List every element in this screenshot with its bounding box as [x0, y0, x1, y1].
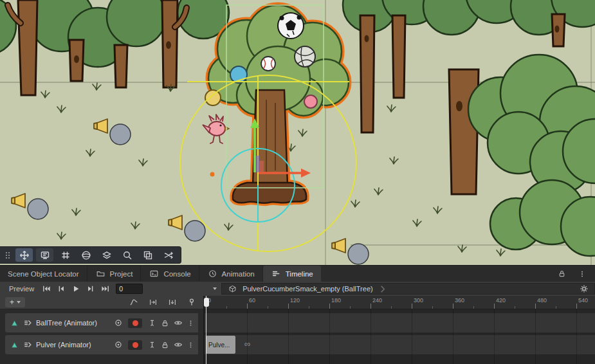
- marker-icon[interactable]: [186, 297, 197, 308]
- kebab-menu-icon[interactable]: [185, 318, 196, 329]
- frame-value: 0: [119, 285, 123, 293]
- track-color-icon: [9, 318, 20, 329]
- ruler-tick-label: 480: [537, 297, 547, 304]
- edit-mode-icon[interactable]: [147, 297, 158, 308]
- scene-viewport[interactable]: [0, 0, 595, 265]
- chevron-right-icon: [378, 284, 389, 295]
- tab-animation[interactable]: Animation: [199, 266, 263, 282]
- ruler-tick-label: 360: [455, 297, 464, 304]
- breadcrumb-text: PulverCucumberSmack_empty (BallTree): [243, 285, 373, 293]
- ruler-tick-label: 120: [290, 297, 300, 304]
- previous-frame-button[interactable]: [54, 283, 68, 295]
- console-icon: [149, 268, 160, 279]
- go-to-end-button[interactable]: [98, 283, 112, 295]
- record-dot: [133, 320, 138, 326]
- panel-tabbar: Scene Object Locator Project Console Ani…: [0, 265, 595, 282]
- gear-icon[interactable]: [578, 284, 589, 295]
- binding-icon[interactable]: [113, 340, 124, 350]
- add-track-button[interactable]: +: [5, 297, 25, 307]
- animation-clip[interactable]: Pulve...: [206, 336, 235, 354]
- lock-icon[interactable]: [160, 340, 170, 350]
- move-tool[interactable]: [15, 248, 33, 262]
- zoom-tool[interactable]: [118, 248, 136, 262]
- frame-field[interactable]: 0: [116, 284, 143, 294]
- drag-handle-icon[interactable]: [3, 248, 12, 262]
- track-header-pulver[interactable]: Pulver (Animator): [5, 335, 198, 354]
- next-frame-button[interactable]: [84, 283, 97, 295]
- chevron-down-icon: [17, 301, 21, 304]
- layers-tool[interactable]: [98, 248, 115, 262]
- editor-window: Scene Object Locator Project Console Ani…: [0, 0, 595, 364]
- scene-view[interactable]: [0, 0, 595, 265]
- ruler-tick-label: 540: [578, 297, 588, 304]
- pin-icon[interactable]: [147, 318, 158, 329]
- track-header-balltree[interactable]: BallTree (Animator): [5, 313, 198, 332]
- tab-timeline[interactable]: Timeline: [263, 266, 321, 282]
- playhead-handle[interactable]: [204, 298, 209, 307]
- ruler-tick-label: 300: [414, 297, 423, 304]
- infinite-clip-indicator: ∞: [244, 340, 250, 348]
- pin-icon[interactable]: [147, 340, 158, 350]
- ruler-major-ticks: [206, 304, 595, 309]
- record-button[interactable]: [128, 340, 142, 350]
- breadcrumb[interactable]: PulverCucumberSmack_empty (BallTree): [221, 283, 595, 295]
- timeline-header-icons: [128, 297, 197, 308]
- chevron-down-icon: [213, 287, 217, 290]
- tab-console[interactable]: Console: [141, 266, 199, 282]
- ruler-tick-label: 420: [496, 297, 506, 304]
- ruler-tick-label: 240: [372, 297, 382, 304]
- ruler-tick-label: 180: [331, 297, 341, 304]
- playhead[interactable]: [206, 296, 206, 364]
- tab-label: Project: [110, 270, 133, 278]
- soccer-ball[interactable]: [278, 13, 304, 39]
- tab-scene-object-locator[interactable]: Scene Object Locator: [0, 266, 87, 282]
- volleyball[interactable]: [295, 46, 315, 67]
- timeline-options-caret[interactable]: [210, 283, 220, 295]
- layout-board-tool[interactable]: [36, 248, 53, 262]
- tab-label: Timeline: [286, 270, 313, 278]
- timeline-track-header-bar: +: [0, 296, 203, 309]
- record-button[interactable]: [128, 318, 142, 328]
- yellow-ball[interactable]: [205, 90, 221, 105]
- curves-icon[interactable]: [128, 297, 139, 308]
- preview-toggle[interactable]: Preview: [5, 284, 38, 294]
- eye-icon[interactable]: [172, 340, 183, 350]
- track-label: Pulver (Animator): [35, 341, 111, 349]
- grid-tool[interactable]: [57, 248, 74, 262]
- shuffle-tool[interactable]: [160, 248, 177, 262]
- pink-ball[interactable]: [304, 95, 317, 108]
- clip-label: Pulve...: [208, 341, 230, 349]
- animator-icon: [22, 318, 33, 329]
- timeline-content[interactable]: 0 60 120 180 240 300 360 420 480 540 Pul…: [205, 296, 595, 364]
- timeline-track-panel: + BallTree (Animator): [0, 296, 205, 364]
- timeline-lanes[interactable]: Pulve... ∞: [205, 309, 595, 364]
- track-label: BallTree (Animator): [35, 319, 111, 327]
- track-lane-pulver[interactable]: Pulve... ∞: [205, 335, 595, 354]
- timeline-icon: [271, 268, 282, 279]
- render-mode-tool[interactable]: [139, 248, 156, 262]
- tab-label: Animation: [222, 270, 255, 278]
- binding-icon[interactable]: [113, 318, 124, 329]
- kebab-menu-icon[interactable]: [576, 268, 587, 279]
- lock-icon[interactable]: [160, 318, 170, 329]
- baseball[interactable]: [261, 57, 275, 71]
- record-dot: [133, 342, 138, 348]
- clip-edit-icon[interactable]: [167, 297, 178, 308]
- tab-label: Scene Object Locator: [8, 270, 79, 278]
- timeline-ruler[interactable]: 0 60 120 180 240 300 360 420 480 540: [205, 296, 595, 309]
- timeline-body: + BallTree (Animator): [0, 296, 595, 364]
- sphere-tool[interactable]: [77, 248, 95, 262]
- ruler-tick-label: 60: [249, 297, 255, 304]
- track-lane-balltree[interactable]: [205, 313, 595, 332]
- tabbar-right-controls: [556, 266, 595, 282]
- timeline-toolbar: Preview 0 PulverCucumberSmack_empty (Bal…: [0, 282, 595, 296]
- tab-project[interactable]: Project: [87, 266, 142, 282]
- play-button[interactable]: [69, 283, 82, 295]
- lock-icon[interactable]: [556, 268, 567, 279]
- tab-label: Console: [163, 270, 190, 278]
- scene-toolbar: [0, 246, 181, 264]
- go-to-start-button[interactable]: [39, 283, 53, 295]
- add-track-label: +: [10, 298, 14, 306]
- eye-icon[interactable]: [172, 318, 183, 329]
- kebab-menu-icon[interactable]: [185, 340, 196, 350]
